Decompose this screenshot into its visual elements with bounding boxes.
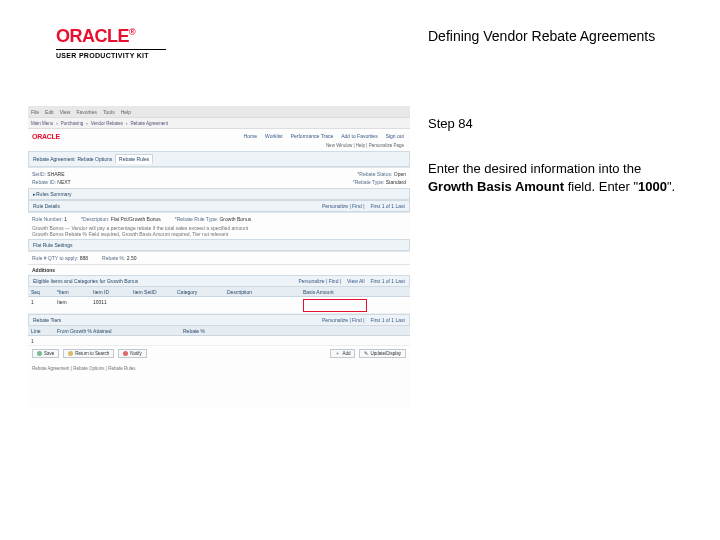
menu-favorites[interactable]: Favorites [76,109,97,115]
global-links[interactable]: New Window | Help | Personalize Page [28,143,410,151]
crumb-sep: › [56,121,58,126]
nav-signout[interactable]: Sign out [386,133,404,139]
nav-home[interactable]: Home [244,133,257,139]
menu-help[interactable]: Help [121,109,131,115]
setid-label: SetID: [32,171,46,177]
flat-a-value[interactable]: 888 [80,255,88,261]
td-desc[interactable] [224,297,300,313]
rrt-label: *Rebate Rule Type: [175,216,218,222]
breadcrumb: Main Menu › Purchasing › Vendor Rebates … [28,117,410,129]
td-rebate[interactable] [180,336,220,345]
th-desc: Description [224,287,300,296]
growth-basis-amount-field[interactable] [300,297,370,313]
plus-icon: ＋ [335,351,340,356]
menu-view[interactable]: View [60,109,71,115]
flat-rule-header: Flat Rule Settings [28,239,410,251]
rrt-value[interactable]: Growth Bonus [219,216,251,222]
rid-label: Rebate ID: [32,179,56,185]
rules-details-title: Rule Details [33,203,60,209]
flat-b-value[interactable]: 2.50 [127,255,137,261]
browser-menubar: File Edit View Favorites Tools Help [28,106,410,117]
brand-rule [56,49,166,50]
app-navbar: ORACLE Home Worklist Performance Trace A… [28,129,410,143]
brand-text: ORACLE [56,26,129,46]
td-item[interactable]: Item [54,297,90,313]
menu-tools[interactable]: Tools [103,109,115,115]
highlight-box [303,299,367,312]
nav-find[interactable]: Personalize | Find | [322,317,365,323]
flat-row: Rule # QTY to apply: 888 Rebate %: 2.50 [28,251,410,264]
nav-fav[interactable]: Add to Favorites [341,133,377,139]
table-row: 1 Item 10011 [28,297,410,314]
flat-b-label: Rebate %: [102,255,125,261]
flat-a-label: Rule # QTY to apply: [32,255,78,261]
tiers-table-header: Line From Growth % Attained Rebate % [28,326,410,336]
brand-wordmark: ORACLE® [56,26,166,47]
th-seq: Seq [28,287,54,296]
nav-viewall[interactable]: View All [347,278,364,284]
menu-file[interactable]: File [31,109,39,115]
upk-label: USER PRODUCTIVITY KIT [56,52,166,59]
rtype-value[interactable]: Standard [386,179,406,185]
update-label: Update/Display [370,351,401,356]
rid-value: NEXT [57,179,70,185]
td-setid[interactable] [130,297,174,313]
rules-details-header: Rule Details Personalize | Find | First … [28,200,410,212]
add-button[interactable]: ＋Add [330,349,355,358]
nav-find[interactable]: Personalize | Find | [322,203,365,209]
rtype-label: *Rebate Type: [353,179,385,185]
return-button[interactable]: Return to Search [63,349,114,358]
page-tabs: Rebate Agreement Rebate Options Rebate R… [28,151,410,167]
list-nav: Personalize | Find | First 1 of 1 Last [322,317,405,323]
th-basis: Basis Amount [300,287,370,296]
rules-summary-title: Rules Summary [36,191,72,197]
status-label: *Rebate Status: [357,171,392,177]
status-value[interactable]: Open [394,171,406,177]
desc-value[interactable]: Flat Pct/Growth Bonus [111,216,161,222]
notify-button[interactable]: Notify [118,349,147,358]
nav-find[interactable]: Personalize | Find | [298,278,341,284]
nav-range: First 1 of 1 Last [371,278,405,284]
td-category[interactable] [174,297,224,313]
return-label: Return to Search [75,351,109,356]
setid-value: SHARE [47,171,64,177]
flag-icon [123,351,128,356]
crumb-rebates[interactable]: Vendor Rebates [91,121,123,126]
nav-range: First 1 of 1 Last [371,203,405,209]
save-button[interactable]: Save [32,349,59,358]
th-itemid: Item ID [90,287,130,296]
instruction-tail: ". [667,179,675,194]
crumb-main[interactable]: Main Menu [31,121,53,126]
tab-rules[interactable]: Rebate Rules [115,154,153,164]
crumb-sep: › [126,121,128,126]
additions-subheader: Eligible Items and Categories for Growth… [28,275,410,287]
info-block: SetID: SHARE *Rebate Status: Open Rebate… [28,167,410,188]
td-seq: 1 [28,297,54,313]
th-line: Line [28,326,54,335]
search-icon [68,351,73,356]
desc-label: *Description: [81,216,109,222]
tab-agreement[interactable]: Rebate Agreement [33,156,75,162]
nav-worklist[interactable]: Worklist [265,133,283,139]
rules-summary-header[interactable]: ▸ Rules Summary [28,188,410,200]
instruction-mid: field. Enter " [564,179,638,194]
td-itemid[interactable]: 10011 [90,297,130,313]
crumb-agreement[interactable]: Rebate Agreement [131,121,169,126]
td-growth[interactable] [54,336,180,345]
footer-links[interactable]: Rebate Agreement | Rebate Options | Reba… [28,361,410,376]
nav-trace[interactable]: Performance Trace [291,133,334,139]
additions-table-header: Seq *Item Item ID Item SetID Category De… [28,287,410,297]
save-label: Save [44,351,54,356]
action-buttons: Save Return to Search Notify ＋Add ✎Updat… [28,346,410,361]
instruction-text: Enter the desired information into the G… [428,160,678,196]
step-label: Step 84 [428,116,473,131]
instruction-field: Growth Basis Amount [428,179,564,194]
nav-range: First 1 of 1 Last [371,317,405,323]
flat-rule-title: Flat Rule Settings [33,242,72,248]
page-title: Defining Vendor Rebate Agreements [428,28,655,44]
update-button[interactable]: ✎Update/Display [359,349,406,358]
tab-options[interactable]: Rebate Options [77,156,112,162]
menu-edit[interactable]: Edit [45,109,54,115]
crumb-purchasing[interactable]: Purchasing [61,121,84,126]
rule-row: Rule Number: 1 *Description: Flat Pct/Gr… [28,212,410,239]
